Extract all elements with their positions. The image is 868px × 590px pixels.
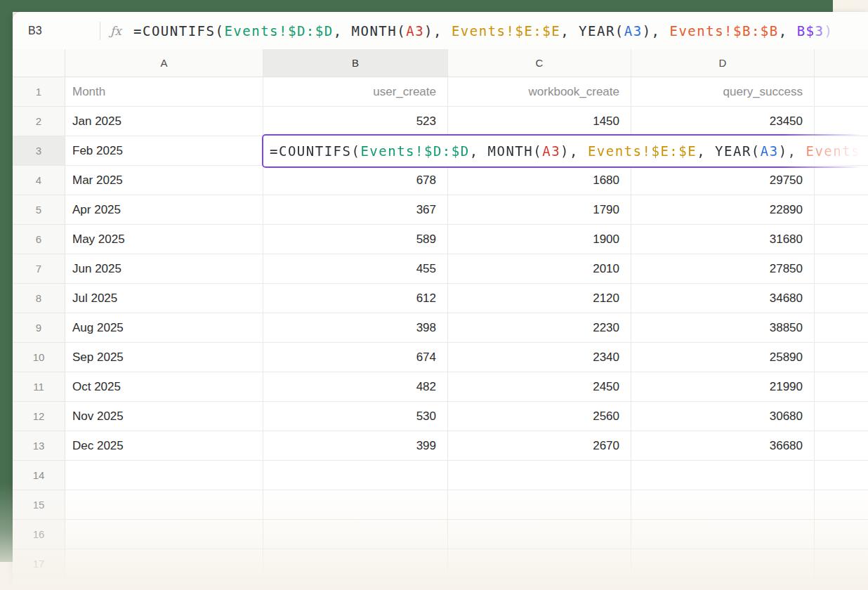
cell-D12[interactable]: 30680: [631, 402, 815, 431]
cell-E17[interactable]: [815, 549, 868, 579]
cell-E5[interactable]: [815, 195, 868, 225]
cell-E16[interactable]: [815, 520, 868, 549]
cell-D9[interactable]: 38850: [631, 313, 815, 343]
row-number-9[interactable]: 9: [13, 313, 65, 343]
cell-A4[interactable]: Mar 2025: [65, 166, 263, 195]
column-header-partial[interactable]: [815, 49, 868, 77]
row-number-4[interactable]: 4: [13, 166, 65, 195]
cell-C2[interactable]: 1450: [448, 107, 631, 136]
cell-C12[interactable]: 2560: [448, 402, 631, 431]
cell-A7[interactable]: Jun 2025: [65, 254, 263, 284]
column-header-A[interactable]: A: [65, 49, 263, 77]
cell-A12[interactable]: Nov 2025: [65, 402, 263, 431]
cell-E7[interactable]: [815, 254, 868, 284]
cell-B6[interactable]: 589: [263, 225, 448, 254]
cell-C14[interactable]: [448, 461, 631, 490]
row-number-14[interactable]: 14: [13, 461, 65, 490]
row-number-11[interactable]: 11: [13, 372, 65, 402]
row-number-6[interactable]: 6: [13, 225, 65, 254]
row-number-12[interactable]: 12: [13, 402, 65, 431]
cell-D1[interactable]: query_success: [631, 77, 815, 107]
cell-B8[interactable]: 612: [263, 284, 448, 313]
cell-A10[interactable]: Sep 2025: [65, 343, 263, 372]
row-number-7[interactable]: 7: [13, 254, 65, 284]
cell-editor[interactable]: =COUNTIFS(Events!$D:$D, MONTH(A3), Event…: [262, 134, 868, 168]
cell-C8[interactable]: 2120: [448, 284, 631, 313]
cell-C16[interactable]: [448, 520, 631, 549]
cell-A6[interactable]: May 2025: [65, 225, 263, 254]
cell-C7[interactable]: 2010: [448, 254, 631, 284]
row-number-15[interactable]: 15: [13, 490, 65, 520]
row-number-13[interactable]: 13: [13, 431, 65, 461]
row-number-10[interactable]: 10: [13, 343, 65, 372]
cell-D6[interactable]: 31680: [631, 225, 815, 254]
cell-E11[interactable]: [815, 372, 868, 402]
cell-E2[interactable]: [815, 107, 868, 136]
cell-E10[interactable]: [815, 343, 868, 372]
cell-A16[interactable]: [65, 520, 263, 549]
column-header-B[interactable]: B: [263, 49, 448, 77]
cell-C17[interactable]: [448, 549, 631, 579]
cell-B13[interactable]: 399: [263, 431, 448, 461]
cell-E4[interactable]: [815, 166, 868, 195]
cell-D13[interactable]: 36680: [631, 431, 815, 461]
cell-A2[interactable]: Jan 2025: [65, 107, 263, 136]
column-header-D[interactable]: D: [631, 49, 815, 77]
cell-A14[interactable]: [65, 461, 263, 490]
cell-E1[interactable]: [815, 77, 868, 107]
cell-D10[interactable]: 25890: [631, 343, 815, 372]
cell-D7[interactable]: 27850: [631, 254, 815, 284]
row-number-8[interactable]: 8: [13, 284, 65, 313]
cell-reference-box[interactable]: B3: [13, 25, 100, 37]
cell-E8[interactable]: [815, 284, 868, 313]
row-number-17[interactable]: 17: [13, 549, 65, 579]
cell-A11[interactable]: Oct 2025: [65, 372, 263, 402]
cell-A17[interactable]: [65, 549, 263, 579]
cell-B16[interactable]: [263, 520, 448, 549]
cell-A8[interactable]: Jul 2025: [65, 284, 263, 313]
cell-D14[interactable]: [631, 461, 815, 490]
cell-C13[interactable]: 2670: [448, 431, 631, 461]
cell-D15[interactable]: [631, 490, 815, 520]
cell-D11[interactable]: 21990: [631, 372, 815, 402]
cell-C4[interactable]: 1680: [448, 166, 631, 195]
cell-C10[interactable]: 2340: [448, 343, 631, 372]
cell-E12[interactable]: [815, 402, 868, 431]
row-number-2[interactable]: 2: [13, 107, 65, 136]
cell-B12[interactable]: 530: [263, 402, 448, 431]
cell-E6[interactable]: [815, 225, 868, 254]
cell-B5[interactable]: 367: [263, 195, 448, 225]
cell-A1[interactable]: Month: [65, 77, 263, 107]
cell-B7[interactable]: 455: [263, 254, 448, 284]
cell-E15[interactable]: [815, 490, 868, 520]
select-all-corner[interactable]: [13, 49, 65, 77]
row-number-5[interactable]: 5: [13, 195, 65, 225]
cell-A5[interactable]: Apr 2025: [65, 195, 263, 225]
cell-C1[interactable]: workbook_create: [448, 77, 631, 107]
row-number-1[interactable]: 1: [13, 77, 65, 107]
cell-C6[interactable]: 1900: [448, 225, 631, 254]
formula-input[interactable]: =COUNTIFS(Events!$D:$D, MONTH(A3), Event…: [133, 23, 868, 39]
cell-B17[interactable]: [263, 549, 448, 579]
cell-B4[interactable]: 678: [263, 166, 448, 195]
cell-B10[interactable]: 674: [263, 343, 448, 372]
cell-B11[interactable]: 482: [263, 372, 448, 402]
cell-A3[interactable]: Feb 2025: [65, 136, 263, 166]
cell-D16[interactable]: [631, 520, 815, 549]
cell-A13[interactable]: Dec 2025: [65, 431, 263, 461]
cell-B14[interactable]: [263, 461, 448, 490]
cell-A15[interactable]: [65, 490, 263, 520]
cell-E14[interactable]: [815, 461, 868, 490]
column-header-C[interactable]: C: [448, 49, 631, 77]
cell-D2[interactable]: 23450: [631, 107, 815, 136]
cell-D8[interactable]: 34680: [631, 284, 815, 313]
cell-C15[interactable]: [448, 490, 631, 520]
cell-C9[interactable]: 2230: [448, 313, 631, 343]
cell-D5[interactable]: 22890: [631, 195, 815, 225]
cell-B9[interactable]: 398: [263, 313, 448, 343]
cell-B2[interactable]: 523: [263, 107, 448, 136]
cell-C5[interactable]: 1790: [448, 195, 631, 225]
cell-B15[interactable]: [263, 490, 448, 520]
cell-C11[interactable]: 2450: [448, 372, 631, 402]
cell-E9[interactable]: [815, 313, 868, 343]
